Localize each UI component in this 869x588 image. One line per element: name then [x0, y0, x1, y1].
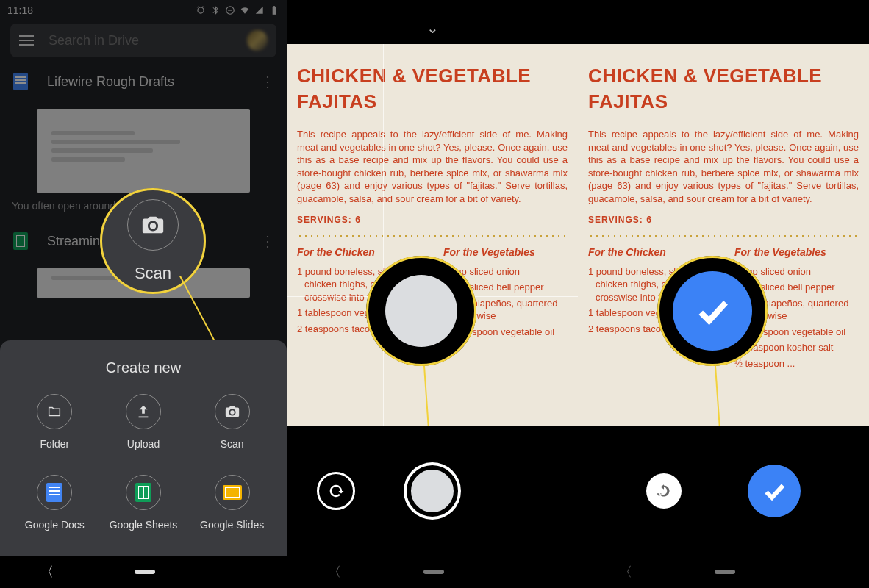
- create-new-sheet: Create new Folder Upload Scan Google Doc…: [0, 340, 287, 556]
- viewfinder: CHICKEN & VEGETABLEFAJITAS This recipe a…: [287, 44, 578, 426]
- recents-icon[interactable]: [526, 567, 537, 577]
- nav-bar: 〈: [0, 556, 287, 588]
- scan-callout: Scan: [100, 188, 206, 294]
- home-pill[interactable]: [423, 570, 444, 574]
- scan-preview: CHICKEN & VEGETABLEFAJITAS This recipe a…: [578, 44, 869, 426]
- home-pill[interactable]: [715, 570, 735, 574]
- retake-button[interactable]: [646, 473, 682, 509]
- create-upload[interactable]: Upload: [99, 394, 188, 450]
- shutter-callout: [366, 256, 476, 366]
- shutter-button[interactable]: [407, 465, 458, 517]
- nav-bar: 〈: [578, 556, 869, 588]
- folder-icon: [46, 404, 62, 420]
- back-icon[interactable]: 〈: [40, 563, 54, 581]
- confirm-callout: [657, 256, 768, 366]
- recents-icon[interactable]: [818, 567, 828, 577]
- camera-icon: [127, 199, 179, 251]
- sheet-title: Create new: [10, 359, 276, 376]
- create-slides[interactable]: Google Slides: [187, 475, 276, 531]
- confirm-bar: [578, 426, 869, 556]
- upload-icon: [135, 404, 151, 420]
- camera-bar: [287, 426, 578, 556]
- create-scan[interactable]: Scan: [187, 394, 276, 450]
- slides-icon: [223, 485, 242, 500]
- back-icon[interactable]: 〈: [328, 563, 341, 581]
- create-sheets[interactable]: Google Sheets: [99, 475, 188, 531]
- create-folder[interactable]: Folder: [10, 394, 99, 450]
- confirm-button[interactable]: [748, 465, 801, 517]
- nav-bar: 〈: [287, 556, 578, 588]
- recents-icon[interactable]: [236, 567, 246, 577]
- create-docs[interactable]: Google Docs: [10, 475, 99, 531]
- switch-camera-button[interactable]: [317, 472, 355, 510]
- camera-icon: [224, 404, 240, 420]
- sheets-icon: [135, 483, 151, 502]
- docs-icon: [46, 483, 62, 502]
- home-pill[interactable]: [135, 570, 155, 574]
- back-icon[interactable]: 〈: [619, 563, 632, 581]
- chevron-down-icon[interactable]: ⌄: [426, 19, 439, 37]
